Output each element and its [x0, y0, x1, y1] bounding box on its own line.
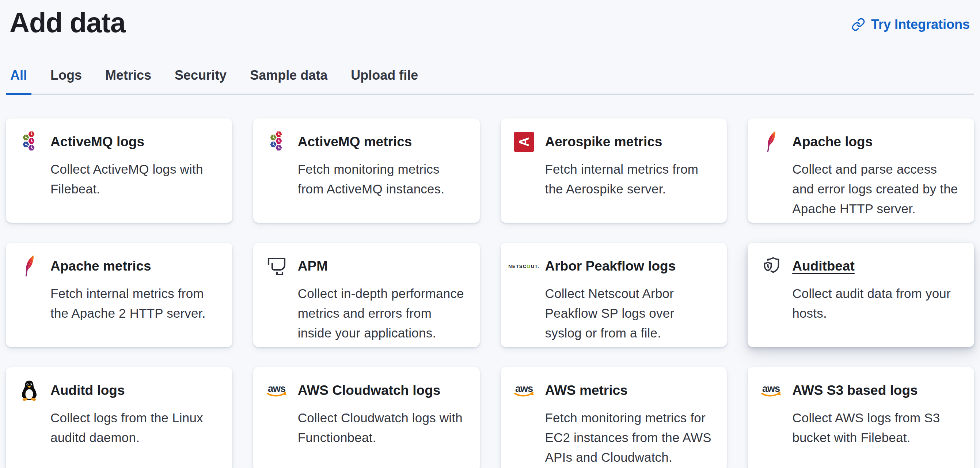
tab-label: All [10, 68, 27, 83]
card-description: Fetch internal metrics from the Aerospik… [545, 160, 714, 199]
card-description: Collect logs from the Linux auditd daemo… [51, 408, 219, 447]
try-integrations-label: Try Integrations [871, 17, 970, 32]
card-arbor-peakflow-logs[interactable]: NETSCOUT. Arbor Peakflow logs Collect Ne… [501, 243, 727, 347]
card-description: Fetch monitoring metrics from ActiveMQ i… [298, 160, 467, 199]
card-activemq-metrics[interactable]: ActiveMQ metrics Fetch monitoring metric… [253, 118, 480, 223]
card-description: Collect in-depth performance metrics and… [298, 284, 467, 343]
card-auditd-logs[interactable]: Auditd logs Collect logs from the Linux … [6, 367, 232, 468]
card-description: Collect ActiveMQ logs with Filebeat. [51, 160, 219, 199]
card-auditbeat[interactable]: Auditbeat Collect audit data from your h… [748, 243, 974, 347]
tab-metrics[interactable]: Metrics [101, 67, 156, 94]
aws-logo: aws [514, 380, 534, 401]
tab-all[interactable]: All [6, 67, 32, 94]
card-title: AWS metrics [545, 382, 628, 399]
card-activemq-logs[interactable]: ActiveMQ logs Collect ActiveMQ logs with… [6, 118, 232, 223]
card-title: Arbor Peakflow logs [545, 258, 676, 275]
card-title: ActiveMQ logs [51, 133, 144, 150]
tab-label: Metrics [105, 68, 151, 83]
netscout-logo: NETSCOUT. [514, 255, 534, 277]
apache-feather-logo [761, 131, 781, 153]
card-description: Collect AWS logs from S3 bucket with Fil… [792, 408, 961, 447]
card-aws-metrics[interactable]: aws AWS metrics Fetch monitoring metrics… [501, 367, 727, 468]
card-description: Fetch monitoring metrics for EC2 instanc… [545, 408, 714, 467]
page-header: Add data Try Integrations [6, 0, 974, 40]
data-source-card-grid: ActiveMQ logs Collect ActiveMQ logs with… [6, 118, 974, 468]
card-title: Auditd logs [51, 382, 125, 399]
apm-trace-icon [266, 255, 287, 277]
card-apm[interactable]: APM Collect in-depth performance metrics… [253, 243, 480, 347]
card-description: Fetch internal metrics from the Apache 2… [51, 284, 219, 323]
page-title: Add data [10, 6, 125, 39]
svg-text:aws: aws [515, 383, 532, 394]
try-integrations-link[interactable]: Try Integrations [851, 17, 970, 32]
card-description: Collect Cloudwatch logs with Functionbea… [298, 408, 467, 447]
svg-text:aws: aws [268, 383, 285, 394]
card-title: ActiveMQ metrics [298, 133, 412, 150]
card-title: AWS Cloudwatch logs [298, 382, 441, 399]
card-description: Collect audit data from your hosts. [792, 284, 961, 323]
svg-text:aws: aws [762, 383, 780, 394]
card-title: APM [298, 258, 328, 275]
card-apache-logs[interactable]: Apache logs Collect and parse access and… [748, 118, 974, 223]
apache-feather-logo [19, 255, 40, 277]
card-title: Apache metrics [51, 258, 151, 275]
card-title: Apache logs [792, 133, 873, 150]
aws-logo: aws [761, 380, 781, 401]
tab-label: Upload file [351, 68, 418, 83]
card-apache-metrics[interactable]: Apache metrics Fetch internal metrics fr… [6, 243, 232, 347]
activemq-logo [266, 131, 287, 153]
tab-label: Logs [51, 68, 82, 83]
card-aerospike-metrics[interactable]: A Aerospike metrics Fetch internal metri… [501, 118, 727, 223]
aws-logo: aws [266, 380, 287, 401]
shield-icon [761, 255, 781, 277]
card-description: Collect and parse access and error logs … [792, 160, 961, 219]
card-title: Auditbeat [792, 258, 855, 275]
tab-label: Security [175, 68, 226, 83]
card-aws-s3-based-logs[interactable]: aws AWS S3 based logs Collect AWS logs f… [748, 367, 974, 468]
add-data-page: Add data Try Integrations AllLogsMetrics… [0, 0, 980, 468]
linux-tux-logo [19, 380, 40, 401]
tab-bar: AllLogsMetricsSecuritySample dataUpload … [6, 67, 974, 95]
tab-security[interactable]: Security [170, 67, 231, 94]
tab-upload-file[interactable]: Upload file [347, 67, 422, 94]
activemq-logo [19, 131, 40, 153]
tab-logs[interactable]: Logs [46, 67, 86, 94]
card-title: Aerospike metrics [545, 133, 662, 150]
svg-text:A: A [516, 137, 531, 147]
card-description: Collect Netscout Arbor Peakflow SP logs … [545, 284, 714, 343]
aerospike-logo: A [514, 131, 534, 153]
tab-sample-data[interactable]: Sample data [245, 67, 332, 94]
card-title: AWS S3 based logs [792, 382, 918, 399]
card-aws-cloudwatch-logs[interactable]: aws AWS Cloudwatch logs Collect Cloudwat… [253, 367, 480, 468]
tab-label: Sample data [250, 68, 328, 83]
link-icon [851, 18, 865, 32]
